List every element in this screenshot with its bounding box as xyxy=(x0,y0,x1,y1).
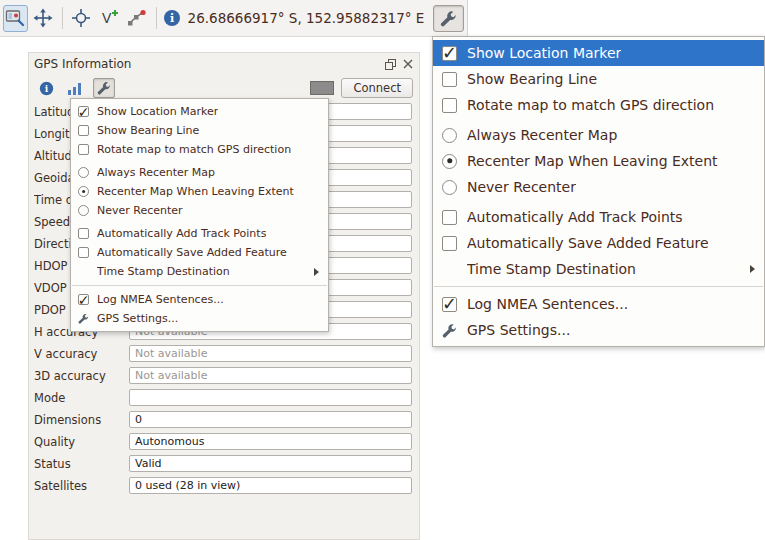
menu-item-time-stamp-destination[interactable]: Time Stamp Destination xyxy=(71,262,328,281)
recenter-map-button[interactable] xyxy=(31,5,56,32)
menu-item-rotate-map-to-match-gps-direction[interactable]: Rotate map to match GPS direction xyxy=(71,140,328,159)
field-input[interactable] xyxy=(129,389,412,406)
menu-item-label: Automatically Add Track Points xyxy=(467,209,683,225)
float-panel-icon[interactable] xyxy=(384,58,397,71)
menu-item-automatically-save-added-feature[interactable]: Automatically Save Added Feature xyxy=(433,230,764,256)
field-label: Satellites xyxy=(34,479,129,493)
track-color-button[interactable] xyxy=(310,81,334,95)
crosshair-icon xyxy=(71,8,91,28)
menu-item-recenter-map-when-leaving-extent[interactable]: Recenter Map When Leaving Extent xyxy=(433,148,764,174)
field-input[interactable] xyxy=(129,455,412,472)
menu-item-label: Never Recenter xyxy=(97,204,183,217)
menu-item-label: Show Bearing Line xyxy=(97,124,199,137)
field-label: Mode xyxy=(34,391,129,405)
position-info-tab-button[interactable]: i xyxy=(35,78,57,98)
menu-item-label: GPS Settings... xyxy=(97,312,178,325)
menu-item-automatically-add-track-points[interactable]: Automatically Add Track Points xyxy=(71,224,328,243)
menu-item-control xyxy=(442,46,457,61)
menu-separator xyxy=(72,285,327,286)
menu-item-label: Recenter Map When Leaving Extent xyxy=(467,153,718,169)
menu-item-time-stamp-destination[interactable]: Time Stamp Destination xyxy=(433,256,764,282)
coordinate-display: 26.68666917° S, 152.95882317° E xyxy=(188,10,425,26)
signal-strength-tab-button[interactable] xyxy=(64,78,86,98)
menu-item-control xyxy=(78,247,89,258)
field-input[interactable] xyxy=(129,367,412,384)
toolbar-separator xyxy=(62,7,63,29)
connect-button[interactable]: Connect xyxy=(341,78,413,98)
menu-item-gps-settings[interactable]: GPS Settings... xyxy=(71,309,328,328)
signal-bars-icon xyxy=(67,80,83,96)
close-panel-icon[interactable] xyxy=(401,58,414,71)
menu-item-control xyxy=(442,128,457,143)
wrench-icon xyxy=(97,81,111,95)
menu-item-label: Recenter Map When Leaving Extent xyxy=(97,185,294,198)
field-row-status: Status xyxy=(34,455,412,472)
menu-item-show-bearing-line[interactable]: Show Bearing Line xyxy=(433,66,764,92)
field-input[interactable] xyxy=(129,345,412,362)
submenu-arrow-icon xyxy=(750,265,755,273)
menu-item-never-recenter[interactable]: Never Recenter xyxy=(433,174,764,200)
gps-options-menu: Show Location Marker Show Bearing Line R… xyxy=(70,98,329,332)
menu-item-always-recenter-map[interactable]: Always Recenter Map xyxy=(71,163,328,182)
menu-item-gps-settings[interactable]: GPS Settings... xyxy=(433,317,764,343)
menu-item-control xyxy=(78,313,89,324)
menu-item-control xyxy=(442,297,457,312)
field-input[interactable] xyxy=(129,411,412,428)
menu-item-control xyxy=(78,266,89,277)
gps-panel-icon xyxy=(5,8,25,28)
menu-item-automatically-save-added-feature[interactable]: Automatically Save Added Feature xyxy=(71,243,328,262)
menu-item-rotate-map-to-match-gps-direction[interactable]: Rotate map to match GPS direction xyxy=(433,92,764,118)
menu-item-label: Show Location Marker xyxy=(97,105,218,118)
menu-item-show-bearing-line[interactable]: Show Bearing Line xyxy=(71,121,328,140)
panel-titlebar: GPS Information xyxy=(29,53,419,75)
menu-item-label: Rotate map to match GPS direction xyxy=(97,143,291,156)
field-row-v-accuracy: V accuracy xyxy=(34,345,412,362)
menu-item-control xyxy=(442,98,457,113)
submenu-arrow-icon xyxy=(314,268,319,276)
menu-item-label: Automatically Save Added Feature xyxy=(97,246,287,259)
menu-item-control xyxy=(78,167,89,178)
menu-item-recenter-map-when-leaving-extent[interactable]: Recenter Map When Leaving Extent xyxy=(71,182,328,201)
menu-item-never-recenter[interactable]: Never Recenter xyxy=(71,201,328,220)
wrench-icon xyxy=(440,10,457,27)
menu-item-control xyxy=(442,72,457,87)
add-gps-vertex-button[interactable]: V xyxy=(97,5,122,32)
menu-item-always-recenter-map[interactable]: Always Recenter Map xyxy=(433,122,764,148)
gps-options-menu-zoomed: Show Location Marker Show Bearing Line R… xyxy=(432,36,765,347)
menu-item-show-location-marker[interactable]: Show Location Marker xyxy=(433,40,764,66)
menu-item-control xyxy=(78,125,89,136)
menu-item-control xyxy=(442,180,457,195)
add-track-point-button[interactable] xyxy=(125,5,150,32)
menu-item-label: Automatically Add Track Points xyxy=(97,227,266,240)
menu-item-label: Time Stamp Destination xyxy=(467,261,636,277)
info-icon: i xyxy=(163,9,181,27)
menu-item-label: Time Stamp Destination xyxy=(97,265,230,278)
menu-item-label: Show Bearing Line xyxy=(467,71,597,87)
menu-item-control xyxy=(442,154,457,169)
field-input[interactable] xyxy=(129,477,412,494)
menu-item-control xyxy=(78,205,89,216)
menu-separator xyxy=(434,286,763,287)
gps-information-panel-toggle-button[interactable] xyxy=(3,5,28,32)
menu-item-label: Rotate map to match GPS direction xyxy=(467,97,714,113)
menu-item-control xyxy=(78,144,89,155)
menu-item-label: GPS Settings... xyxy=(467,322,570,338)
info-icon: i xyxy=(39,81,54,96)
panel-title: GPS Information xyxy=(34,57,131,71)
gps-options-button[interactable] xyxy=(93,78,115,98)
menu-item-log-nmea-sentences[interactable]: Log NMEA Sentences... xyxy=(71,290,328,309)
toolbar-separator xyxy=(156,7,157,29)
field-input[interactable] xyxy=(129,433,412,450)
menu-item-label: Always Recenter Map xyxy=(467,127,617,143)
field-label: Quality xyxy=(34,435,129,449)
menu-item-label: Never Recenter xyxy=(467,179,576,195)
menu-item-log-nmea-sentences[interactable]: Log NMEA Sentences... xyxy=(433,291,764,317)
menu-item-show-location-marker[interactable]: Show Location Marker xyxy=(71,102,328,121)
menu-item-control xyxy=(78,228,89,239)
menu-item-label: Log NMEA Sentences... xyxy=(97,293,224,306)
menu-item-control xyxy=(442,236,457,251)
menu-item-automatically-add-track-points[interactable]: Automatically Add Track Points xyxy=(433,204,764,230)
field-row-satellites: Satellites xyxy=(34,477,412,494)
gps-settings-toolbar-button[interactable] xyxy=(433,5,464,32)
recenter-crosshair-button[interactable] xyxy=(69,5,94,32)
